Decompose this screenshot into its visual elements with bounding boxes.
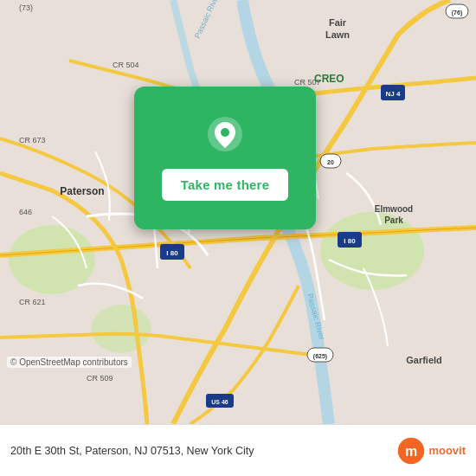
- moovit-logo-icon: m: [397, 437, 425, 465]
- location-pin-icon: [206, 115, 244, 153]
- svg-text:Elmwood: Elmwood: [375, 204, 413, 214]
- svg-text:I 80: I 80: [166, 249, 178, 257]
- svg-point-3: [91, 305, 151, 353]
- svg-text:US 46: US 46: [211, 399, 228, 405]
- svg-text:m: m: [405, 443, 417, 458]
- bottom-bar: 20th E 30th St, Paterson, NJ 07513, New …: [0, 424, 476, 476]
- svg-text:Paterson: Paterson: [60, 185, 104, 197]
- svg-text:CR 509: CR 509: [87, 374, 113, 383]
- moovit-text: moovit: [428, 444, 466, 457]
- svg-text:20: 20: [327, 159, 334, 165]
- svg-text:I 80: I 80: [344, 237, 356, 245]
- osm-credit: © OpenStreetMap contributors: [7, 357, 132, 368]
- svg-point-35: [221, 128, 229, 137]
- svg-text:(625): (625): [313, 353, 327, 360]
- svg-text:(73): (73): [19, 3, 33, 12]
- svg-text:CR 504: CR 504: [113, 61, 139, 69]
- svg-text:CR 673: CR 673: [19, 136, 46, 145]
- svg-text:CREO: CREO: [314, 73, 344, 85]
- moovit-logo: m moovit: [397, 437, 466, 465]
- address-label: 20th E 30th St, Paterson, NJ 07513, New …: [10, 445, 397, 457]
- svg-text:Garfield: Garfield: [406, 355, 442, 365]
- location-card: Take me there: [134, 87, 316, 229]
- svg-text:646: 646: [19, 208, 32, 216]
- svg-point-1: [320, 212, 424, 290]
- svg-text:CR 621: CR 621: [19, 298, 46, 306]
- svg-text:Lawn: Lawn: [325, 29, 350, 40]
- svg-text:(76): (76): [452, 10, 462, 16]
- svg-text:NJ 4: NJ 4: [386, 90, 401, 98]
- svg-text:Fair: Fair: [329, 17, 347, 28]
- map-container: I 80 I 80 NJ 4 20 (76) (625) US 46 Fair …: [0, 0, 476, 424]
- take-me-there-button[interactable]: Take me there: [162, 169, 288, 201]
- svg-text:Park: Park: [384, 215, 403, 225]
